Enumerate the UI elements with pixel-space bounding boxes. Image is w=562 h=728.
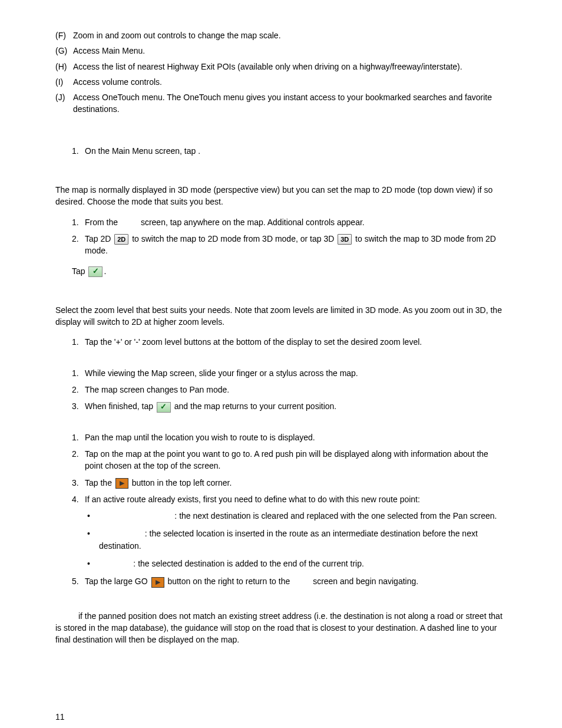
period: .: [104, 266, 106, 276]
letter-item-j: (J) Access OneTouch menu. The OneTouch m…: [55, 91, 507, 116]
mode-step-1: 1. From the screen, tap anywhere on the …: [72, 216, 507, 228]
go-icon: ▶: [151, 577, 164, 588]
route-bullet-3: • : the selected destination is added to…: [87, 558, 507, 569]
num-label: 5.: [72, 575, 85, 587]
text-part: screen, tap anywhere on the map. Additio…: [141, 218, 365, 227]
num-label: 1.: [72, 145, 85, 157]
text-part: and the map returns to your current posi…: [174, 401, 336, 411]
num-text: Tap on the map at the point you want to …: [85, 448, 507, 472]
letter-text: Access volume controls.: [73, 76, 507, 88]
letter-text: Access OneTouch menu. The OneTouch menu …: [73, 91, 507, 116]
letter-label: (J): [55, 91, 73, 116]
letter-item-i: (I) Access volume controls.: [55, 76, 507, 88]
route-step-4: 4. If an active route already exists, fi…: [72, 493, 507, 505]
letter-item-h: (H) Access the list of nearest Highway E…: [55, 61, 507, 73]
text-part: From the: [85, 218, 118, 227]
route-bullets: • : the next destination is cleared and …: [87, 510, 507, 569]
num-text: While viewing the Map screen, slide your…: [85, 367, 507, 379]
note-paragraph: if the panned position does not match an…: [55, 610, 507, 646]
letter-text: Access Main Menu.: [73, 45, 507, 57]
num-label: 2.: [72, 384, 85, 396]
route-step-1: 1. Pan the map until the location you wi…: [72, 431, 507, 443]
zoom-paragraph: Select the zoom level that best suits yo…: [55, 304, 507, 328]
note-text: if the panned position does not match an…: [55, 611, 503, 645]
pan-steps-list: 1. While viewing the Map screen, slide y…: [72, 367, 507, 413]
text-part: When finished, tap: [85, 401, 156, 411]
mode-steps-list: 1. From the screen, tap anywhere on the …: [72, 216, 507, 257]
tap-text: Tap: [72, 266, 87, 276]
letter-label: (H): [55, 61, 73, 73]
letter-label: (F): [55, 29, 73, 41]
num-label: 1.: [72, 367, 85, 379]
bullet-text: : the selected location is inserted in t…: [99, 528, 507, 552]
letter-text: Zoom in and zoom out controls to change …: [73, 29, 507, 41]
check-icon: ✓: [157, 402, 171, 413]
num-text: Tap the ▶ button in the top left corner.: [85, 477, 507, 489]
text-part: : the selected destination is added to t…: [133, 559, 363, 568]
bullet-text: : the next destination is cleared and re…: [99, 510, 507, 522]
route-steps-list: 1. Pan the map until the location you wi…: [72, 431, 507, 505]
letter-label: (I): [55, 76, 73, 88]
num-text: From the screen, tap anywhere on the map…: [85, 216, 507, 228]
text-part: to switch the map to 2D mode from 3D mod…: [132, 234, 336, 243]
two-d-icon: 2D: [114, 234, 128, 245]
page-number: 11: [55, 711, 507, 723]
letter-text: Access the list of nearest Highway Exit …: [73, 61, 507, 73]
num-text: On the Main Menu screen, tap .: [85, 145, 507, 157]
check-icon: ✓: [88, 266, 103, 277]
route-step-2: 2. Tap on the map at the point you want …: [72, 448, 507, 472]
letter-item-f: (F) Zoom in and zoom out controls to cha…: [55, 29, 507, 41]
bullet-dot-icon: •: [87, 510, 99, 522]
pan-step-3: 3. When finished, tap ✓ and the map retu…: [72, 400, 507, 412]
main-menu-step-1: 1. On the Main Menu screen, tap .: [72, 145, 507, 157]
text-part: button on the right to return to the: [167, 577, 292, 586]
bullet-text: : the selected destination is added to t…: [99, 558, 507, 569]
text-part: screen and begin navigating.: [313, 577, 418, 586]
route-step-5: 5. Tap the large GO ▶ button on the righ…: [72, 575, 507, 587]
text-part: Tap the: [85, 478, 114, 487]
tap-check-line: Tap ✓.: [72, 265, 507, 277]
pan-step-2: 2. The map screen changes to Pan mode.: [72, 384, 507, 396]
num-label: 1.: [72, 216, 85, 228]
num-text: When finished, tap ✓ and the map returns…: [85, 400, 507, 412]
num-label: 2.: [72, 233, 85, 257]
bullet-dot-icon: •: [87, 528, 99, 552]
mode-paragraph: The map is normally displayed in 3D mode…: [55, 184, 507, 208]
main-menu-step-list: 1. On the Main Menu screen, tap .: [72, 145, 507, 157]
num-text: Pan the map until the location you wish …: [85, 431, 507, 443]
num-text: The map screen changes to Pan mode.: [85, 384, 507, 396]
num-label: 3.: [72, 477, 85, 489]
zoom-step-1: 1. Tap the '+' or '-' zoom level buttons…: [72, 336, 507, 348]
route-bullet-2: • : the selected location is inserted in…: [87, 528, 507, 552]
letter-label: (G): [55, 45, 73, 57]
num-text: Tap 2D 2D to switch the map to 2D mode f…: [85, 233, 507, 257]
text-part: Tap the large GO: [85, 577, 150, 586]
go-icon: ▶: [115, 478, 128, 489]
zoom-steps-list: 1. Tap the '+' or '-' zoom level buttons…: [72, 336, 507, 348]
num-text: If an active route already exists, first…: [85, 493, 507, 505]
num-text: Tap the '+' or '-' zoom level buttons at…: [85, 336, 507, 348]
text-part: : the next destination is cleared and re…: [174, 511, 497, 521]
num-text: Tap the large GO ▶ button on the right t…: [85, 575, 507, 587]
num-label: 2.: [72, 448, 85, 472]
text-part: Tap 2D: [85, 234, 113, 243]
route-step-3: 3. Tap the ▶ button in the top left corn…: [72, 477, 507, 489]
num-label: 1.: [72, 336, 85, 348]
text-part: : the selected location is inserted in t…: [99, 529, 478, 550]
route-step-5-list: 5. Tap the large GO ▶ button on the righ…: [72, 575, 507, 587]
text-part: button in the top left corner.: [132, 478, 232, 487]
route-bullet-1: • : the next destination is cleared and …: [87, 510, 507, 522]
num-label: 1.: [72, 431, 85, 443]
bullet-dot-icon: •: [87, 558, 99, 569]
letter-list: (F) Zoom in and zoom out controls to cha…: [55, 29, 507, 116]
mode-step-2: 2. Tap 2D 2D to switch the map to 2D mod…: [72, 233, 507, 257]
three-d-icon: 3D: [338, 234, 352, 245]
pan-step-1: 1. While viewing the Map screen, slide y…: [72, 367, 507, 379]
num-label: 4.: [72, 493, 85, 505]
letter-item-g: (G) Access Main Menu.: [55, 45, 507, 57]
num-label: 3.: [72, 400, 85, 412]
